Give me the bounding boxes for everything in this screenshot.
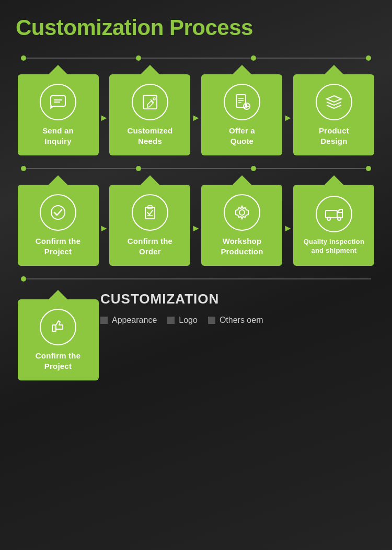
- process-item-confirm-project: Confirm theProject: [16, 175, 100, 266]
- truck-icon: [316, 196, 352, 232]
- tag-appearance: Appearance: [100, 316, 157, 325]
- card-arrow: [141, 65, 159, 74]
- connector-dot: [21, 276, 26, 282]
- card-customized-needs: CustomizedNeeds: [109, 74, 190, 155]
- process-item-quality-shipment: Quality inspectionand shipment: [292, 175, 376, 266]
- card-confirm-project-2: Confirm theProject: [18, 299, 99, 380]
- card-arrow: [49, 65, 67, 74]
- connector-line: [141, 58, 251, 59]
- tag-logo-label: Logo: [179, 316, 198, 325]
- card-workshop-production: WorkshopProduction: [201, 185, 282, 266]
- confirm-order-label: Confirm theOrder: [128, 236, 172, 256]
- gear-icon: [224, 194, 260, 231]
- connector-dot: [21, 55, 26, 61]
- customization-title: CUSTOMIZATION: [100, 291, 376, 307]
- product-design-label: ProductDesign: [319, 126, 349, 146]
- tag-square-others: [208, 317, 215, 324]
- clipboard-check-icon: [132, 194, 168, 231]
- card-quality-shipment: Quality inspectionand shipment: [293, 185, 374, 266]
- svg-point-19: [327, 217, 330, 220]
- bottom-row: Confirm theProject CUSTOMIZATION Appeara…: [16, 286, 376, 380]
- offer-quote-label: Offer aQuote: [229, 126, 255, 146]
- connector-line: [26, 278, 371, 279]
- process-item-confirm-order: Confirm theOrder: [108, 175, 192, 266]
- confirm-project-label: Confirm theProject: [36, 236, 80, 256]
- tag-logo: Logo: [167, 316, 198, 325]
- svg-rect-0: [51, 96, 65, 106]
- layers-icon: [316, 84, 352, 120]
- connector-dot: [251, 55, 256, 61]
- workshop-production-label: WorkshopProduction: [221, 236, 263, 256]
- card-arrow: [233, 65, 251, 74]
- customized-needs-label: CustomizedNeeds: [127, 126, 172, 146]
- connector-dot: [366, 55, 371, 61]
- connector-line: [256, 58, 366, 59]
- process-row-2: Confirm theProject ►: [16, 175, 376, 266]
- document-plus-icon: [224, 84, 260, 120]
- connector-dot: [136, 166, 141, 171]
- card-confirm-order: Confirm theOrder: [109, 185, 190, 266]
- connector-row-2: [16, 166, 376, 171]
- connector-line: [141, 168, 251, 169]
- connector-dot: [136, 55, 141, 61]
- chat-icon: [40, 84, 76, 120]
- card-product-design: ProductDesign: [293, 74, 374, 155]
- card-confirm-project: Confirm theProject: [18, 185, 99, 266]
- process-item-product-design: ProductDesign: [292, 65, 376, 155]
- card-arrow: [325, 65, 343, 74]
- svg-rect-6: [236, 95, 246, 107]
- customization-tags: Appearance Logo Others oem: [100, 316, 376, 325]
- connector-line: [26, 168, 136, 169]
- send-inquiry-label: Send anInquiry: [42, 126, 74, 146]
- svg-point-5: [153, 98, 155, 100]
- thumb-up-icon: [40, 309, 76, 345]
- card-arrow: [141, 175, 159, 185]
- card-arrow: [325, 175, 343, 185]
- check-circle-icon: [40, 194, 76, 231]
- svg-point-17: [239, 210, 245, 215]
- quality-shipment-label: Quality inspectionand shipment: [304, 238, 364, 255]
- edit-icon: [132, 84, 168, 120]
- connector-dot: [21, 166, 26, 171]
- process-item-customized-needs: CustomizedNeeds: [108, 65, 192, 155]
- card-arrow: [49, 175, 67, 185]
- bottom-info: CUSTOMIZATION Appearance Logo Others oem: [100, 286, 376, 325]
- connector-line: [26, 58, 136, 59]
- card-arrow: [49, 290, 67, 299]
- svg-point-20: [338, 217, 341, 220]
- process-row-1: Send anInquiry ► Cus: [16, 65, 376, 155]
- process-item-send-inquiry: Send anInquiry: [16, 65, 100, 155]
- tag-others-oem-label: Others oem: [220, 316, 263, 325]
- connector-row-3: [16, 276, 376, 282]
- card-arrow: [233, 175, 251, 185]
- process-item-workshop-production: WorkshopProduction: [200, 175, 284, 266]
- tag-square-appearance: [100, 317, 108, 324]
- svg-rect-18: [326, 210, 337, 218]
- process-item-confirm-project-2: Confirm theProject: [16, 290, 100, 380]
- tag-square-logo: [167, 317, 175, 324]
- card-send-inquiry: Send anInquiry: [18, 74, 99, 155]
- connector-line: [256, 168, 366, 169]
- svg-point-13: [51, 206, 65, 219]
- tag-others-oem: Others oem: [208, 316, 263, 325]
- connector-dot: [251, 166, 256, 171]
- tag-appearance-label: Appearance: [112, 316, 157, 325]
- process-item-offer-quote: Offer aQuote: [200, 65, 284, 155]
- connector-dot: [366, 166, 371, 171]
- page-title: Customization Process: [16, 16, 376, 40]
- card-offer-quote: Offer aQuote: [201, 74, 282, 155]
- connector-row-1: [16, 55, 376, 61]
- confirm-project-2-label: Confirm theProject: [36, 351, 80, 371]
